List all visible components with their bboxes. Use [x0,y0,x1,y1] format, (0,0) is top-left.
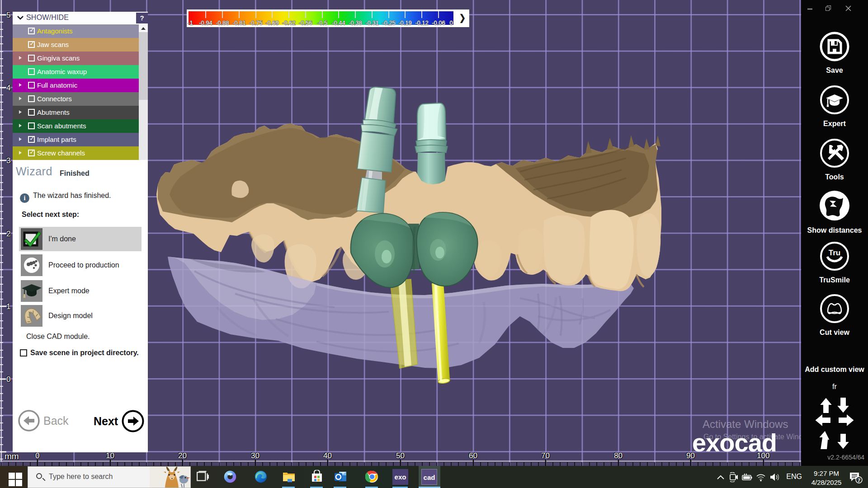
svg-text:-1: -1 [188,19,193,26]
svg-text:-0.69: -0.69 [265,19,279,26]
svg-text:-0.81: -0.81 [232,19,246,26]
svg-text:-0.62: -0.62 [282,19,296,26]
svg-text:-0.56: -0.56 [299,19,312,26]
svg-text:0: 0 [449,19,453,26]
svg-text:-0.12: -0.12 [415,19,429,26]
svg-text:-0.19: -0.19 [398,19,412,26]
svg-text:-0.25: -0.25 [382,19,396,26]
svg-text:-0.75: -0.75 [249,19,263,26]
svg-text:Tru: Tru [829,249,840,257]
svg-text:-0.38: -0.38 [349,19,362,26]
svg-text:-0.06: -0.06 [432,19,445,26]
svg-text:7: 7 [858,478,860,483]
svg-text:-0.5: -0.5 [317,19,327,26]
svg-text:-0.88: -0.88 [216,19,229,26]
svg-text:-0.31: -0.31 [365,19,379,26]
svg-text:-0.44: -0.44 [332,19,345,26]
svg-text:-0.94: -0.94 [199,19,212,26]
